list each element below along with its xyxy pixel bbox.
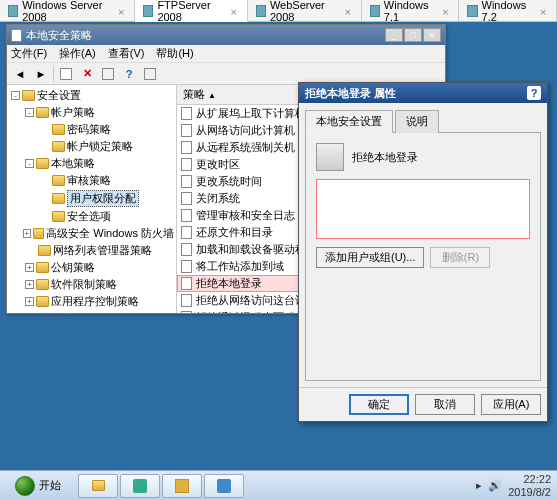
vm-tab-strip: Windows Server 2008×FTPServer 2008×WebSe… [0,0,557,22]
dialog-content: 拒绝本地登录 添加用户或组(U)... 删除(R) [305,132,541,381]
expand-icon[interactable]: - [11,91,20,100]
dialog-title: 拒绝本地登录 属性 [305,86,396,101]
tree-node[interactable]: 密码策略 [9,121,174,138]
tab-close-icon[interactable]: × [118,6,126,16]
monitor-icon [143,5,153,17]
close-x-button[interactable]: ✕ [78,65,96,83]
tree-node[interactable]: -本地策略 [9,155,174,172]
task-button[interactable] [162,474,202,498]
policy-icon [181,141,192,154]
help-button[interactable]: ? [120,65,138,83]
tree-node[interactable]: +高级安全 Windows 防火墙 [9,225,174,242]
mmc-title: 本地安全策略 [26,28,92,43]
vm-tab[interactable]: Windows Server 2008× [0,0,135,21]
cancel-button[interactable]: 取消 [415,394,475,415]
policy-label: 还原文件和目录 [196,225,273,240]
tree-node[interactable]: +应用程序控制策略 [9,293,174,310]
folder-icon [22,90,35,101]
folder-icon [36,279,49,290]
vm-tab[interactable]: FTPServer 2008× [135,0,248,22]
vm-tab[interactable]: Windows 7.1× [362,0,460,21]
menu-item[interactable]: 操作(A) [59,46,96,61]
tree-node[interactable]: +公钥策略 [9,259,174,276]
tab-local-security[interactable]: 本地安全设置 [305,110,393,133]
monitor-icon [370,5,380,17]
tray-icon[interactable]: 🔊 [488,479,502,492]
forward-button[interactable]: ► [32,65,50,83]
tree-node[interactable]: -安全设置 [9,87,174,104]
user-group-listbox[interactable] [316,179,530,239]
menu-item[interactable]: 帮助(H) [156,46,193,61]
tab-close-icon[interactable]: × [231,6,239,16]
tree-node[interactable]: 审核策略 [9,172,174,189]
date: 2019/8/2 [508,486,551,498]
folder-icon [52,211,65,222]
tab-close-icon[interactable]: × [344,6,352,16]
tree-label: 密码策略 [67,122,111,137]
task-button[interactable] [78,474,118,498]
tool-btn[interactable] [141,65,159,83]
tree-node[interactable]: 网络列表管理器策略 [9,242,174,259]
close-button[interactable]: × [423,28,441,42]
policy-icon [181,175,192,188]
menu-item[interactable]: 文件(F) [11,46,47,61]
monitor-icon [467,5,477,17]
tree-node[interactable]: -帐户策略 [9,104,174,121]
policy-icon [181,294,192,307]
policy-icon [181,260,192,273]
tab-close-icon[interactable]: × [442,6,450,16]
tree-label: 网络列表管理器策略 [53,243,152,258]
tree-pane[interactable]: -安全设置-帐户策略密码策略帐户锁定策略-本地策略审核策略用户权限分配安全选项+… [7,85,177,313]
policy-label: 更改系统时间 [196,174,262,189]
tool-btn[interactable] [57,65,75,83]
clock[interactable]: 22:22 2019/8/2 [508,473,551,497]
tray-icon[interactable]: ▸ [476,479,482,492]
vm-tab[interactable]: Windows 7.2× [459,0,557,21]
tree-node[interactable]: +IP 安全策略，在 本地计 [9,310,174,313]
expand-icon[interactable]: + [25,263,34,272]
minimize-button[interactable]: _ [385,28,403,42]
tree-label: 帐户策略 [51,105,95,120]
policy-label: 拒绝本地登录 [196,276,262,291]
tree-label: 用户权限分配 [67,190,139,207]
expand-icon[interactable]: + [25,280,34,289]
policy-icon [181,192,192,205]
folder-icon [52,141,65,152]
add-user-group-button[interactable]: 添加用户或组(U)... [316,247,424,268]
tool-btn[interactable] [99,65,117,83]
tab-close-icon[interactable]: × [540,6,548,16]
maximize-button[interactable]: □ [404,28,422,42]
start-orb-icon [15,476,35,496]
monitor-icon [256,5,266,17]
expand-icon[interactable]: + [23,229,31,238]
properties-dialog: 拒绝本地登录 属性 ? 本地安全设置 说明 拒绝本地登录 添加用户或组(U)..… [298,82,548,422]
start-button[interactable]: 开始 [6,473,70,499]
apply-button[interactable]: 应用(A) [481,394,541,415]
expand-icon[interactable]: + [25,297,34,306]
system-tray[interactable]: ▸ 🔊 22:22 2019/8/2 [476,473,551,497]
policy-icon [181,226,192,239]
back-button[interactable]: ◄ [11,65,29,83]
policy-icon [181,124,192,137]
ok-button[interactable]: 确定 [349,394,409,415]
time: 22:22 [508,473,551,485]
task-button[interactable] [120,474,160,498]
tree-node[interactable]: 用户权限分配 [9,189,174,208]
menu-item[interactable]: 查看(V) [108,46,145,61]
folder-icon [52,175,65,186]
dialog-title-bar: 拒绝本地登录 属性 ? [299,83,547,103]
tree-node[interactable]: 帐户锁定策略 [9,138,174,155]
tab-label: Windows 7.1 [384,0,435,23]
question-icon[interactable]: ? [527,86,541,100]
tree-node[interactable]: +软件限制策略 [9,276,174,293]
vm-tab[interactable]: WebServer 2008× [248,0,362,21]
task-button[interactable] [204,474,244,498]
folder-icon [38,245,51,256]
taskbar: 开始 ▸ 🔊 22:22 2019/8/2 [0,470,557,500]
policy-label: 从网络访问此计算机 [196,123,295,138]
tab-explanation[interactable]: 说明 [395,110,439,133]
expand-icon[interactable]: - [25,108,34,117]
tree-node[interactable]: 安全选项 [9,208,174,225]
expand-icon[interactable]: - [25,159,34,168]
folder-icon [36,296,49,307]
